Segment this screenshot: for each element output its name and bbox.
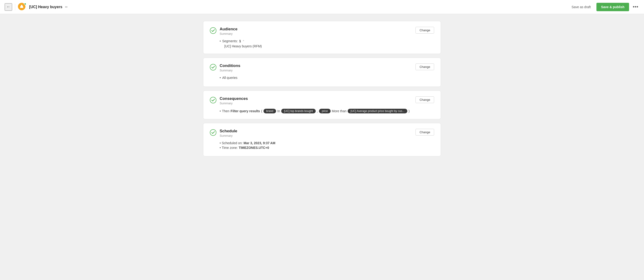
consequences-card-body: • Then Filter query results ( brand In […: [220, 109, 434, 113]
top-brands-tag: [UC] top brands bought: [281, 109, 316, 113]
conditions-title-area: Conditions Summary: [210, 64, 240, 72]
audience-title: Audience: [220, 27, 238, 32]
edit-title-icon[interactable]: ✏: [65, 5, 68, 9]
segments-label: Segments:: [222, 39, 238, 43]
audience-card-header: Audience Summary Change: [210, 27, 434, 36]
audience-segments-line: • Segments: 1 ^: [220, 39, 434, 43]
svg-point-0: [210, 28, 216, 34]
consequences-line: • Then Filter query results ( brand In […: [220, 109, 434, 113]
consequences-card: Consequences Summary Change • Then Filte…: [203, 91, 441, 119]
timezone-line: • Time zone: TIMEZONES.UTC+0: [220, 146, 434, 150]
audience-title-area: Audience Summary: [210, 27, 238, 36]
schedule-change-button[interactable]: Change: [416, 129, 434, 136]
filter-action-label: Filter query results: [230, 109, 260, 113]
more-than-connector: More than: [332, 109, 346, 113]
schedule-title-area: Schedule Summary: [210, 129, 237, 137]
app-header: ← [UC] Heavy buyers ✏ Save as draft Save…: [0, 0, 644, 14]
segment-name: [UC] Heavy buyers (RFM): [224, 44, 434, 48]
schedule-check-icon: [210, 129, 216, 136]
close-paren: ): [408, 109, 410, 113]
consequences-change-button[interactable]: Change: [416, 96, 434, 103]
header-divider: [15, 4, 15, 10]
brand-tag: brand: [264, 109, 276, 113]
consequences-check-icon: [210, 97, 216, 103]
scheduled-on-label: Scheduled on:: [222, 141, 243, 145]
bullet-2: •: [220, 76, 221, 80]
conditions-queries-line: • All queries: [220, 76, 434, 80]
conditions-check-icon: [210, 64, 216, 71]
conditions-card-header: Conditions Summary Change: [210, 64, 434, 72]
header-right: Save as draft Save & publish •••: [569, 3, 639, 11]
logo-dot: [24, 3, 26, 5]
in-connector: In: [277, 109, 280, 113]
schedule-card-body: • Scheduled on: Mar 3, 2023, 9:37 AM • T…: [220, 141, 434, 150]
open-paren: (: [261, 109, 262, 113]
audience-card: Audience Summary Change • Segments: 1 ^ …: [203, 21, 441, 54]
conditions-subtitle: Summary: [220, 69, 240, 72]
bullet-4: •: [220, 141, 221, 145]
svg-point-3: [210, 130, 216, 136]
save-publish-button[interactable]: Save & publish: [596, 3, 629, 11]
then-label: Then: [222, 109, 230, 113]
scheduled-on-value: Mar 3, 2023, 9:37 AM: [244, 141, 275, 145]
schedule-card: Schedule Summary Change • Scheduled on: …: [203, 123, 441, 156]
segments-count: 1: [239, 39, 241, 43]
comma-separator: ,: [317, 109, 318, 113]
consequences-title: Consequences: [220, 96, 248, 101]
audience-check-icon: [210, 27, 216, 34]
svg-point-2: [210, 97, 216, 103]
schedule-title: Schedule: [220, 129, 237, 133]
bullet-5: •: [220, 146, 221, 150]
main-content: Audience Summary Change • Segments: 1 ^ …: [198, 14, 446, 163]
page-title: [UC] Heavy buyers: [29, 5, 62, 9]
timezone-value: TIMEZONES.UTC+0: [239, 146, 269, 150]
save-draft-button[interactable]: Save as draft: [569, 3, 594, 11]
back-button[interactable]: ←: [5, 3, 12, 11]
segments-collapse-icon[interactable]: ^: [243, 40, 244, 43]
svg-point-1: [210, 64, 216, 70]
schedule-subtitle: Summary: [220, 134, 237, 137]
bullet-1: •: [220, 39, 221, 43]
price-tag: price: [319, 109, 331, 113]
conditions-card-body: • All queries: [220, 76, 434, 80]
schedule-card-header: Schedule Summary Change: [210, 129, 434, 137]
scheduled-on-line: • Scheduled on: Mar 3, 2023, 9:37 AM: [220, 141, 434, 145]
avg-price-tag: [UC] Average product price bought by cus…: [348, 109, 407, 113]
conditions-card: Conditions Summary Change • All queries: [203, 58, 441, 87]
bullet-3: •: [220, 109, 221, 113]
timezone-label: Time zone:: [222, 146, 238, 150]
audience-change-button[interactable]: Change: [416, 27, 434, 34]
conditions-change-button[interactable]: Change: [416, 64, 434, 70]
header-left: ← [UC] Heavy buyers ✏: [5, 3, 569, 11]
all-queries-label: All queries: [222, 76, 237, 80]
audience-card-body: • Segments: 1 ^ [UC] Heavy buyers (RFM): [220, 39, 434, 48]
consequences-card-header: Consequences Summary Change: [210, 96, 434, 105]
app-logo: [18, 3, 26, 11]
more-options-button[interactable]: •••: [632, 3, 639, 11]
consequences-subtitle: Summary: [220, 102, 248, 105]
consequences-title-area: Consequences Summary: [210, 96, 248, 105]
conditions-title: Conditions: [220, 64, 240, 68]
audience-subtitle: Summary: [220, 32, 238, 36]
